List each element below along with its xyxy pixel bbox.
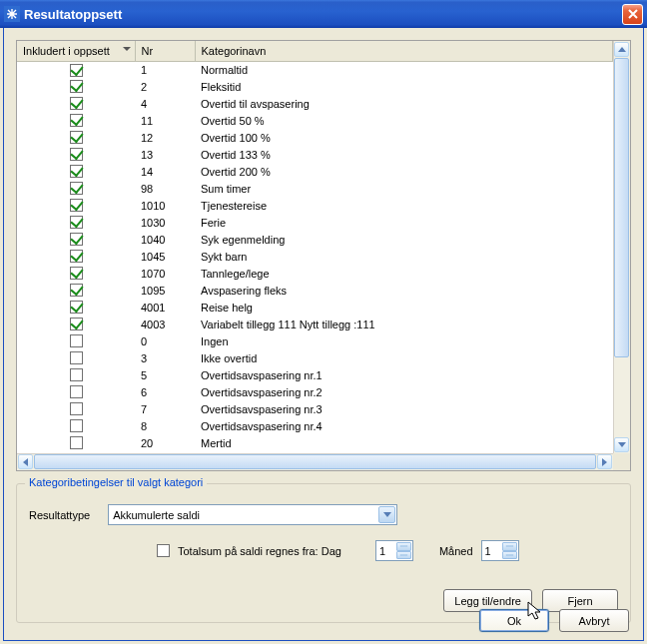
row-name: Avspasering fleks	[195, 282, 613, 299]
row-checkbox[interactable]	[70, 131, 83, 144]
row-checkbox[interactable]	[70, 250, 83, 263]
spin-down-button[interactable]	[502, 551, 517, 560]
ok-button[interactable]: Ok	[479, 609, 549, 632]
row-checkbox[interactable]	[70, 182, 83, 195]
table-row[interactable]: 0Ingen	[17, 332, 613, 349]
group-legend: Kategoribetingelser til valgt kategori	[25, 476, 207, 488]
spin-up-button[interactable]	[396, 542, 411, 551]
scroll-left-button[interactable]	[18, 454, 33, 469]
table-row[interactable]: 11Overtid 50 %	[17, 112, 613, 129]
table-row[interactable]: 4Overtid til avspasering	[17, 95, 613, 112]
table-row[interactable]: 1Normaltid	[17, 61, 613, 78]
row-name: Overtidsavspasering nr.3	[195, 400, 613, 417]
row-name: Tannlege/lege	[195, 265, 613, 282]
row-name: Overtid til avspasering	[195, 95, 613, 112]
scroll-thumb[interactable]	[614, 58, 629, 357]
table-row[interactable]: 1095Avspasering fleks	[17, 282, 613, 299]
row-name: Overtid 50 %	[195, 112, 613, 129]
scroll-thumb-h[interactable]	[34, 454, 596, 469]
month-value: 1	[485, 545, 491, 557]
row-name: Mertid	[195, 434, 613, 451]
table-row[interactable]: 13Overtid 133 %	[17, 146, 613, 163]
row-checkbox[interactable]	[70, 284, 83, 297]
row-checkbox[interactable]	[70, 114, 83, 127]
row-checkbox[interactable]	[70, 368, 83, 381]
result-type-combo[interactable]: Akkumulerte saldi	[108, 504, 397, 525]
row-checkbox[interactable]	[70, 334, 83, 347]
table-row[interactable]: 98Sum timer	[17, 180, 613, 197]
row-nr: 1070	[135, 265, 195, 282]
table-row[interactable]: 6Overtidsavspasering nr.2	[17, 383, 613, 400]
row-checkbox[interactable]	[70, 436, 83, 449]
row-nr: 1010	[135, 197, 195, 214]
row-checkbox[interactable]	[70, 199, 83, 212]
row-checkbox[interactable]	[70, 165, 83, 178]
row-nr: 4003	[135, 316, 195, 332]
row-checkbox[interactable]	[70, 318, 83, 330]
row-name: Syk egenmelding	[195, 231, 613, 248]
close-button[interactable]	[622, 4, 643, 25]
row-checkbox[interactable]	[70, 80, 83, 93]
table-row[interactable]: 4001Reise helg	[17, 299, 613, 316]
month-label: Måned	[439, 545, 473, 557]
chevron-down-icon	[123, 47, 131, 51]
spin-down-button[interactable]	[396, 551, 411, 560]
row-nr: 1030	[135, 214, 195, 231]
vertical-scrollbar[interactable]	[613, 41, 630, 453]
row-name: Fleksitid	[195, 78, 613, 95]
result-type-label: Resultattype	[29, 509, 90, 521]
header-name[interactable]: Kategorinavn	[195, 41, 613, 61]
cancel-button[interactable]: Avbryt	[559, 609, 629, 632]
table-row[interactable]: 1030Ferie	[17, 214, 613, 231]
table-row[interactable]: 1040Syk egenmelding	[17, 231, 613, 248]
row-name: Overtid 200 %	[195, 163, 613, 180]
row-checkbox[interactable]	[70, 351, 83, 364]
result-type-value: Akkumulerte saldi	[113, 509, 200, 521]
table-row[interactable]: 7Overtidsavspasering nr.3	[17, 400, 613, 417]
row-nr: 11	[135, 112, 195, 129]
row-nr: 1045	[135, 248, 195, 265]
totalsum-checkbox[interactable]	[157, 544, 170, 557]
scroll-right-button[interactable]	[597, 454, 612, 469]
table-row[interactable]: 4003Variabelt tillegg 111 Nytt tillegg :…	[17, 316, 613, 332]
table-row[interactable]: 2Fleksitid	[17, 78, 613, 95]
scroll-down-button[interactable]	[614, 437, 629, 452]
header-included[interactable]: Inkludert i oppsett	[17, 41, 135, 61]
row-name: Overtidsavspasering nr.4	[195, 417, 613, 434]
row-checkbox[interactable]	[70, 402, 83, 415]
row-checkbox[interactable]	[70, 148, 83, 161]
row-checkbox[interactable]	[70, 385, 83, 398]
horizontal-scrollbar[interactable]	[17, 453, 613, 470]
table-row[interactable]: 1010Tjenestereise	[17, 197, 613, 214]
table-row[interactable]: 3Ikke overtid	[17, 349, 613, 366]
row-name: Reise helg	[195, 299, 613, 316]
table-row[interactable]: 1045Sykt barn	[17, 248, 613, 265]
row-checkbox[interactable]	[70, 216, 83, 229]
category-conditions-group: Kategoribetingelser til valgt kategori R…	[16, 483, 631, 623]
scroll-up-button[interactable]	[614, 42, 629, 57]
row-checkbox[interactable]	[70, 267, 83, 280]
row-checkbox[interactable]	[70, 97, 83, 110]
row-checkbox[interactable]	[70, 64, 83, 77]
row-nr: 5	[135, 366, 195, 383]
table-row[interactable]: 14Overtid 200 %	[17, 163, 613, 180]
row-checkbox[interactable]	[70, 233, 83, 246]
table-row[interactable]: 1070Tannlege/lege	[17, 265, 613, 282]
spin-up-button[interactable]	[502, 542, 517, 551]
day-spinner[interactable]: 1	[375, 540, 413, 561]
row-checkbox[interactable]	[70, 301, 83, 314]
table-row[interactable]: 8Overtidsavspasering nr.4	[17, 417, 613, 434]
row-name: Ingen	[195, 332, 613, 349]
table-row[interactable]: 12Overtid 100 %	[17, 129, 613, 146]
row-nr: 20	[135, 434, 195, 451]
row-nr: 98	[135, 180, 195, 197]
header-nr[interactable]: Nr	[135, 41, 195, 61]
row-checkbox[interactable]	[70, 419, 83, 432]
table-row[interactable]: 5Overtidsavspasering nr.1	[17, 366, 613, 383]
combo-dropdown-button[interactable]	[378, 506, 395, 523]
row-name: Normaltid	[195, 61, 613, 78]
row-nr: 6	[135, 383, 195, 400]
month-spinner[interactable]: 1	[481, 540, 519, 561]
table-row[interactable]: 20Mertid	[17, 434, 613, 451]
row-name: Overtid 133 %	[195, 146, 613, 163]
